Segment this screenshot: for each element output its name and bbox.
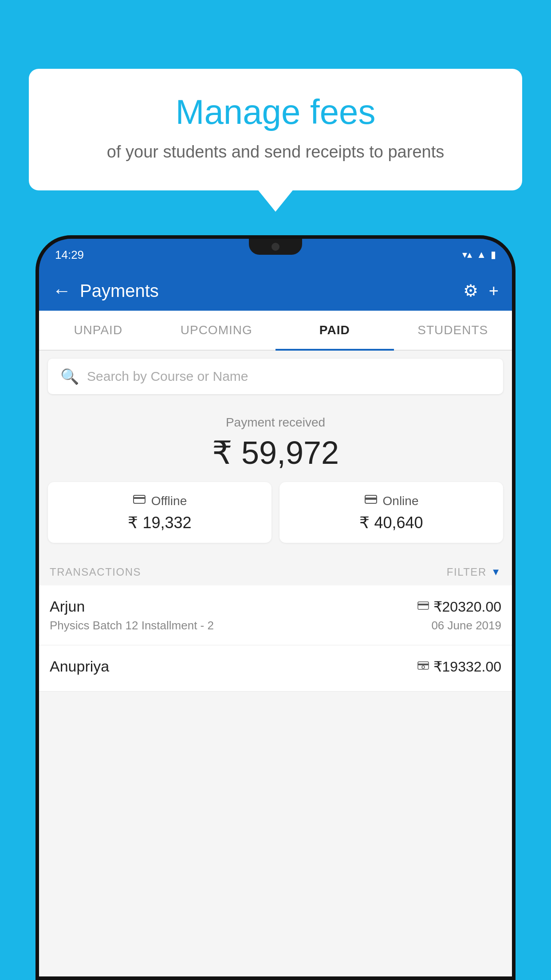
tabs-bar: UNPAID UPCOMING PAID STUDENTS bbox=[39, 311, 512, 351]
app-header: ← Payments ⚙ + bbox=[39, 271, 512, 311]
filter-icon: ▼ bbox=[491, 566, 501, 578]
add-icon[interactable]: + bbox=[489, 281, 499, 300]
transaction-amount: ₹19332.00 bbox=[433, 658, 501, 675]
transaction-row[interactable]: Arjun ₹20320.00 Physics Batch 12 Install… bbox=[39, 585, 512, 645]
speech-bubble-title: Manage fees bbox=[55, 93, 496, 131]
signal-icon: ▲ bbox=[476, 249, 486, 261]
tab-students[interactable]: STUDENTS bbox=[394, 311, 512, 350]
header-actions: ⚙ + bbox=[463, 281, 499, 300]
search-icon: 🔍 bbox=[60, 368, 79, 385]
transactions-header: TRANSACTIONS FILTER ▼ bbox=[39, 556, 512, 585]
online-amount: ₹ 40,640 bbox=[288, 514, 494, 532]
offline-icon bbox=[133, 493, 146, 509]
phone-mockup: 14:29 ▾▴ ▲ ▮ ← Payments ⚙ + UNPAID UPCOM… bbox=[35, 235, 516, 980]
svg-rect-5 bbox=[418, 604, 429, 605]
online-payment-card: Online ₹ 40,640 bbox=[279, 482, 503, 543]
speech-bubble-subtitle: of your students and send receipts to pa… bbox=[55, 140, 496, 164]
payment-cards: Offline ₹ 19,332 Online bbox=[48, 482, 503, 543]
offline-payment-card: Offline ₹ 19,332 bbox=[48, 482, 272, 543]
payment-summary: Payment received ₹ 59,972 Offline bbox=[39, 402, 512, 556]
status-icons: ▾▴ ▲ ▮ bbox=[462, 249, 496, 261]
payment-received-label: Payment received bbox=[48, 415, 503, 430]
svg-rect-7 bbox=[418, 664, 429, 665]
back-button[interactable]: ← bbox=[52, 280, 71, 301]
svg-rect-3 bbox=[365, 498, 377, 500]
battery-icon: ▮ bbox=[491, 249, 496, 261]
transaction-amount: ₹20320.00 bbox=[433, 598, 501, 615]
transactions-label: TRANSACTIONS bbox=[50, 566, 141, 578]
gear-icon[interactable]: ⚙ bbox=[463, 281, 478, 300]
transaction-name: Arjun bbox=[50, 598, 85, 615]
search-bar[interactable]: 🔍 Search by Course or Name bbox=[48, 359, 503, 394]
speech-bubble-container: Manage fees of your students and send re… bbox=[29, 69, 522, 190]
transaction-row[interactable]: Anupriya ₹19332.00 bbox=[39, 645, 512, 692]
svg-rect-4 bbox=[418, 602, 429, 609]
tab-paid[interactable]: PAID bbox=[276, 311, 394, 350]
status-bar: 14:29 ▾▴ ▲ ▮ bbox=[39, 239, 512, 271]
notch bbox=[249, 239, 302, 255]
search-placeholder: Search by Course or Name bbox=[87, 369, 248, 384]
offline-label: Offline bbox=[151, 494, 187, 508]
speech-bubble: Manage fees of your students and send re… bbox=[29, 69, 522, 190]
online-label: Online bbox=[383, 494, 419, 508]
svg-point-8 bbox=[422, 666, 425, 668]
svg-rect-0 bbox=[134, 495, 145, 503]
offline-amount: ₹ 19,332 bbox=[57, 514, 263, 532]
payment-total-amount: ₹ 59,972 bbox=[48, 434, 503, 471]
transaction-date: 06 June 2019 bbox=[431, 619, 501, 632]
offline-payment-icon bbox=[417, 660, 429, 673]
svg-rect-1 bbox=[134, 497, 145, 499]
tab-upcoming[interactable]: UPCOMING bbox=[157, 311, 276, 350]
camera-dot bbox=[272, 243, 279, 251]
transaction-name: Anupriya bbox=[50, 658, 109, 675]
phone-screen: UNPAID UPCOMING PAID STUDENTS 🔍 Search b… bbox=[39, 311, 512, 976]
filter-button[interactable]: FILTER ▼ bbox=[447, 566, 501, 578]
online-icon bbox=[364, 493, 378, 509]
status-time: 14:29 bbox=[55, 248, 84, 262]
online-payment-icon bbox=[417, 600, 429, 613]
tab-unpaid[interactable]: UNPAID bbox=[39, 311, 157, 350]
transaction-course: Physics Batch 12 Installment - 2 bbox=[50, 619, 214, 632]
wifi-icon: ▾▴ bbox=[462, 249, 472, 261]
page-title: Payments bbox=[80, 281, 463, 301]
filter-label: FILTER bbox=[447, 566, 487, 578]
